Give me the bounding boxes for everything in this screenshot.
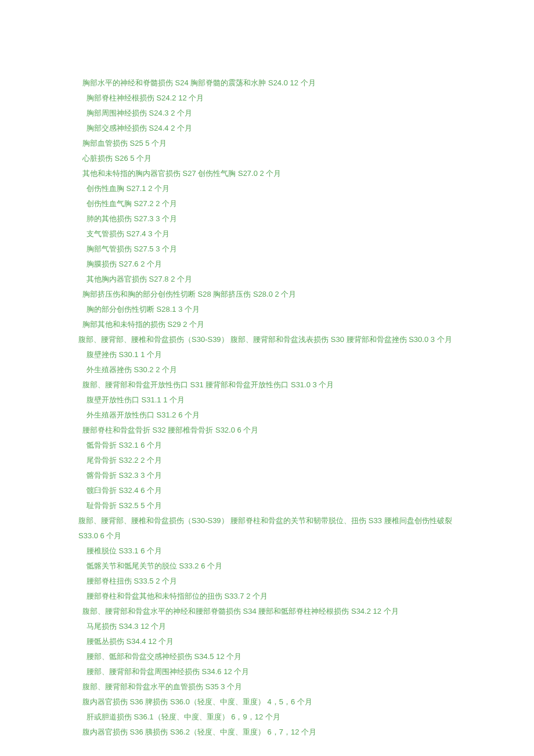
text-line: 腰部、骶部和骨盆交感神经损伤 S34.5 12 个月 xyxy=(78,649,456,664)
text-line: 胸部气管损伤 S27.5 3 个月 xyxy=(78,242,456,257)
text-line: 腰部脊柱和骨盆其他和未特指部位的扭伤 S33.7 2 个月 xyxy=(78,589,456,604)
text-line: S33.0 6 个月 xyxy=(78,528,456,543)
text-line: 腹内器官损伤 S36 脾损伤 S36.0（轻度、中度、重度） 4，5，6 个月 xyxy=(78,694,456,710)
text-line: 腰部脊柱和骨盆骨折 S32 腰部椎骨骨折 S32.0 6 个月 xyxy=(78,423,456,438)
text-line: 创伤性血胸 S27.1 2 个月 xyxy=(78,181,456,196)
text-line: 腹壁挫伤 S30.1 1 个月 xyxy=(78,347,456,362)
text-line: 腹部、腰背部和骨盆水平的血管损伤 S35 3 个月 xyxy=(78,679,456,694)
text-line: 腰椎脱位 S33.1 6 个月 xyxy=(78,543,456,559)
text-line: 支气管损伤 S27.4 3 个月 xyxy=(78,226,456,242)
text-line: 髋臼骨折 S32.4 6 个月 xyxy=(78,483,456,498)
text-line: 骶骨骨折 S32.1 6 个月 xyxy=(78,438,456,453)
text-line: 马尾损伤 S34.3 12 个月 xyxy=(78,619,456,634)
text-line: 腹壁开放性伤口 S31.1 1 个月 xyxy=(78,393,456,408)
text-line: 腹部、腰背部、腰椎和骨盆损伤（S30-S39） 腰部脊柱和骨盆的关节和韧带脱位、… xyxy=(78,513,456,528)
text-line: 胸部血管损伤 S25 5 个月 xyxy=(78,136,456,151)
document-content: 胸部水平的神经和脊髓损伤 S24 胸部脊髓的震荡和水肿 S24.0 12 个月胸… xyxy=(78,75,456,740)
text-line: 腹部、腰背部、腰椎和骨盆损伤（S30-S39） 腹部、腰背部和骨盆浅表损伤 S3… xyxy=(78,332,456,347)
text-line: 腰部、腰背部和骨盆周围神经损伤 S34.6 12 个月 xyxy=(78,664,456,679)
text-line: 骶髂关节和骶尾关节的脱位 S33.2 6 个月 xyxy=(78,559,456,574)
text-line: 胸部挤压伤和胸的部分创伤性切断 S28 胸部挤压伤 S28.0 2 个月 xyxy=(78,287,456,302)
text-line: 腰部脊柱扭伤 S33.5 2 个月 xyxy=(78,574,456,589)
text-line: 腹部、腰背部和骨盆水平的神经和腰部脊髓损伤 S34 腰部和骶部脊柱神经根损伤 S… xyxy=(78,604,456,619)
text-line: 胸部其他和未特指的损伤 S29 2 个月 xyxy=(78,317,456,332)
text-line: 肺的其他损伤 S27.3 3 个月 xyxy=(78,211,456,226)
text-line: 胸部周围神经损伤 S24.3 2 个月 xyxy=(78,106,456,121)
text-line: 外生殖器开放性伤口 S31.2 6 个月 xyxy=(78,408,456,423)
text-line: 胸部水平的神经和脊髓损伤 S24 胸部脊髓的震荡和水肿 S24.0 12 个月 xyxy=(78,75,456,91)
text-line: 腰骶丛损伤 S34.4 12 个月 xyxy=(78,634,456,649)
text-line: 创伤性血气胸 S27.2 2 个月 xyxy=(78,196,456,211)
text-line: 尾骨骨折 S32.2 2 个月 xyxy=(78,453,456,468)
text-line: 腹内器官损伤 S36 胰损伤 S36.2（轻度、中度、重度） 6，7，12 个月 xyxy=(78,725,456,740)
text-line: 胸部脊柱神经根损伤 S24.2 12 个月 xyxy=(78,91,456,106)
text-line: 胸的部分创伤性切断 S28.1 3 个月 xyxy=(78,302,456,317)
text-line: 其他和未特指的胸内器官损伤 S27 创伤性气胸 S27.0 2 个月 xyxy=(78,166,456,181)
text-line: 胸膜损伤 S27.6 2 个月 xyxy=(78,257,456,272)
text-line: 胸部交感神经损伤 S24.4 2 个月 xyxy=(78,121,456,136)
text-line: 心脏损伤 S26 5 个月 xyxy=(78,151,456,166)
text-line: 肝或胆道损伤 S36.1（轻度、中度、重度） 6，9，12 个月 xyxy=(78,710,456,725)
text-line: 髂骨骨折 S32.3 3 个月 xyxy=(78,468,456,483)
text-line: 外生殖器挫伤 S30.2 2 个月 xyxy=(78,362,456,377)
text-line: 腹部、腰背部和骨盆开放性伤口 S31 腰背部和骨盆开放性伤口 S31.0 3 个… xyxy=(78,377,456,393)
text-line: 耻骨骨折 S32.5 5 个月 xyxy=(78,498,456,513)
text-line: 其他胸内器官损伤 S27.8 2 个月 xyxy=(78,272,456,287)
